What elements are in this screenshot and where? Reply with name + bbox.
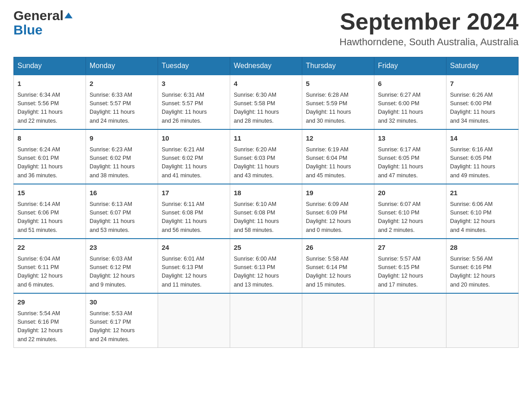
day-info: Sunrise: 6:07 AM Sunset: 6:10 PM Dayligh… (378, 200, 442, 235)
calendar-cell: 25Sunrise: 6:00 AM Sunset: 6:13 PM Dayli… (230, 239, 302, 293)
day-number: 3 (162, 79, 226, 89)
day-info: Sunrise: 6:01 AM Sunset: 6:13 PM Dayligh… (162, 255, 226, 290)
day-number: 8 (17, 133, 82, 144)
calendar-cell: 30Sunrise: 5:53 AM Sunset: 6:17 PM Dayli… (86, 293, 158, 348)
day-number: 1 (17, 79, 82, 89)
day-info: Sunrise: 6:33 AM Sunset: 5:57 PM Dayligh… (90, 91, 154, 126)
day-info: Sunrise: 6:31 AM Sunset: 5:57 PM Dayligh… (162, 91, 226, 126)
day-number: 26 (306, 243, 370, 253)
day-number: 4 (234, 79, 298, 89)
day-info: Sunrise: 6:13 AM Sunset: 6:07 PM Dayligh… (90, 200, 154, 235)
week-row-5: 29Sunrise: 5:54 AM Sunset: 6:16 PM Dayli… (14, 293, 519, 348)
calendar-cell: 7Sunrise: 6:26 AM Sunset: 6:00 PM Daylig… (446, 75, 519, 129)
week-row-2: 8Sunrise: 6:24 AM Sunset: 6:01 PM Daylig… (14, 129, 519, 184)
day-number: 5 (306, 79, 370, 89)
header: General Blue September 2024 Hawthorndene… (13, 9, 519, 48)
month-title: September 2024 (339, 9, 519, 34)
calendar-cell: 1Sunrise: 6:34 AM Sunset: 5:56 PM Daylig… (14, 75, 86, 129)
calendar-cell: 20Sunrise: 6:07 AM Sunset: 6:10 PM Dayli… (374, 184, 446, 239)
title-area: September 2024 Hawthorndene, South Austr… (339, 9, 519, 48)
day-info: Sunrise: 6:10 AM Sunset: 6:08 PM Dayligh… (234, 200, 298, 235)
day-info: Sunrise: 5:57 AM Sunset: 6:15 PM Dayligh… (378, 255, 442, 290)
col-tuesday: Tuesday (158, 57, 230, 75)
day-info: Sunrise: 6:21 AM Sunset: 6:02 PM Dayligh… (162, 146, 226, 180)
col-sunday: Sunday (14, 57, 86, 75)
calendar-cell: 23Sunrise: 6:03 AM Sunset: 6:12 PM Dayli… (86, 239, 158, 293)
logo-general: General (13, 8, 64, 23)
calendar-cell: 18Sunrise: 6:10 AM Sunset: 6:08 PM Dayli… (230, 184, 302, 239)
location-title: Hawthorndene, South Australia, Australia (339, 36, 519, 48)
day-number: 11 (234, 133, 298, 144)
calendar-cell: 8Sunrise: 6:24 AM Sunset: 6:01 PM Daylig… (14, 129, 86, 184)
day-info: Sunrise: 5:54 AM Sunset: 6:16 PM Dayligh… (17, 309, 82, 344)
week-row-4: 22Sunrise: 6:04 AM Sunset: 6:11 PM Dayli… (14, 239, 519, 293)
day-info: Sunrise: 6:09 AM Sunset: 6:09 PM Dayligh… (306, 200, 370, 235)
day-number: 25 (234, 243, 298, 253)
calendar-cell: 4Sunrise: 6:30 AM Sunset: 5:58 PM Daylig… (230, 75, 302, 129)
week-row-3: 15Sunrise: 6:14 AM Sunset: 6:06 PM Dayli… (14, 184, 519, 239)
calendar-cell: 21Sunrise: 6:06 AM Sunset: 6:10 PM Dayli… (446, 184, 519, 239)
day-info: Sunrise: 6:30 AM Sunset: 5:58 PM Dayligh… (234, 91, 298, 126)
day-info: Sunrise: 6:04 AM Sunset: 6:11 PM Dayligh… (17, 255, 82, 290)
logo-blue: Blue (13, 22, 43, 37)
calendar-cell: 13Sunrise: 6:17 AM Sunset: 6:05 PM Dayli… (374, 129, 446, 184)
day-number: 20 (378, 188, 442, 198)
day-info: Sunrise: 6:24 AM Sunset: 6:01 PM Dayligh… (17, 146, 82, 180)
day-number: 27 (378, 243, 442, 253)
day-number: 30 (90, 297, 154, 308)
day-info: Sunrise: 6:17 AM Sunset: 6:05 PM Dayligh… (378, 146, 442, 180)
col-friday: Friday (374, 57, 446, 75)
calendar-cell (230, 293, 302, 348)
day-number: 16 (90, 188, 154, 198)
day-number: 19 (306, 188, 370, 198)
day-number: 7 (450, 79, 515, 89)
calendar-cell: 24Sunrise: 6:01 AM Sunset: 6:13 PM Dayli… (158, 239, 230, 293)
day-number: 6 (378, 79, 442, 89)
day-number: 9 (90, 133, 154, 144)
day-number: 10 (162, 133, 226, 144)
calendar-cell: 29Sunrise: 5:54 AM Sunset: 6:16 PM Dayli… (14, 293, 86, 348)
day-info: Sunrise: 6:03 AM Sunset: 6:12 PM Dayligh… (90, 255, 154, 290)
col-monday: Monday (86, 57, 158, 75)
col-saturday: Saturday (446, 57, 519, 75)
col-thursday: Thursday (302, 57, 374, 75)
calendar-cell: 22Sunrise: 6:04 AM Sunset: 6:11 PM Dayli… (14, 239, 86, 293)
calendar-cell (446, 293, 519, 348)
logo-area: General Blue (13, 9, 73, 37)
day-number: 18 (234, 188, 298, 198)
calendar-cell: 19Sunrise: 6:09 AM Sunset: 6:09 PM Dayli… (302, 184, 374, 239)
calendar-cell: 2Sunrise: 6:33 AM Sunset: 5:57 PM Daylig… (86, 75, 158, 129)
calendar-cell: 9Sunrise: 6:23 AM Sunset: 6:02 PM Daylig… (86, 129, 158, 184)
day-number: 15 (17, 188, 82, 198)
calendar-cell (302, 293, 374, 348)
day-info: Sunrise: 6:27 AM Sunset: 6:00 PM Dayligh… (378, 91, 442, 126)
day-info: Sunrise: 5:58 AM Sunset: 6:14 PM Dayligh… (306, 255, 370, 290)
day-number: 14 (450, 133, 515, 144)
calendar-cell: 6Sunrise: 6:27 AM Sunset: 6:00 PM Daylig… (374, 75, 446, 129)
header-row: Sunday Monday Tuesday Wednesday Thursday… (14, 57, 519, 75)
day-info: Sunrise: 6:28 AM Sunset: 5:59 PM Dayligh… (306, 91, 370, 126)
calendar-cell: 10Sunrise: 6:21 AM Sunset: 6:02 PM Dayli… (158, 129, 230, 184)
day-number: 21 (450, 188, 515, 198)
day-number: 29 (17, 297, 82, 308)
col-wednesday: Wednesday (230, 57, 302, 75)
day-number: 13 (378, 133, 442, 144)
day-number: 24 (162, 243, 226, 253)
calendar-cell: 5Sunrise: 6:28 AM Sunset: 5:59 PM Daylig… (302, 75, 374, 129)
calendar-cell: 26Sunrise: 5:58 AM Sunset: 6:14 PM Dayli… (302, 239, 374, 293)
day-info: Sunrise: 6:19 AM Sunset: 6:04 PM Dayligh… (306, 146, 370, 180)
day-info: Sunrise: 6:34 AM Sunset: 5:56 PM Dayligh… (17, 91, 82, 126)
day-info: Sunrise: 6:00 AM Sunset: 6:13 PM Dayligh… (234, 255, 298, 290)
day-info: Sunrise: 5:53 AM Sunset: 6:17 PM Dayligh… (90, 309, 154, 344)
calendar-cell: 28Sunrise: 5:56 AM Sunset: 6:16 PM Dayli… (446, 239, 519, 293)
calendar-cell: 14Sunrise: 6:16 AM Sunset: 6:05 PM Dayli… (446, 129, 519, 184)
day-info: Sunrise: 6:14 AM Sunset: 6:06 PM Dayligh… (17, 200, 82, 235)
calendar-cell (158, 293, 230, 348)
day-number: 2 (90, 79, 154, 89)
calendar-cell (374, 293, 446, 348)
day-info: Sunrise: 6:23 AM Sunset: 6:02 PM Dayligh… (90, 146, 154, 180)
day-number: 12 (306, 133, 370, 144)
day-number: 23 (90, 243, 154, 253)
day-info: Sunrise: 6:16 AM Sunset: 6:05 PM Dayligh… (450, 146, 515, 180)
day-info: Sunrise: 6:26 AM Sunset: 6:00 PM Dayligh… (450, 91, 515, 126)
